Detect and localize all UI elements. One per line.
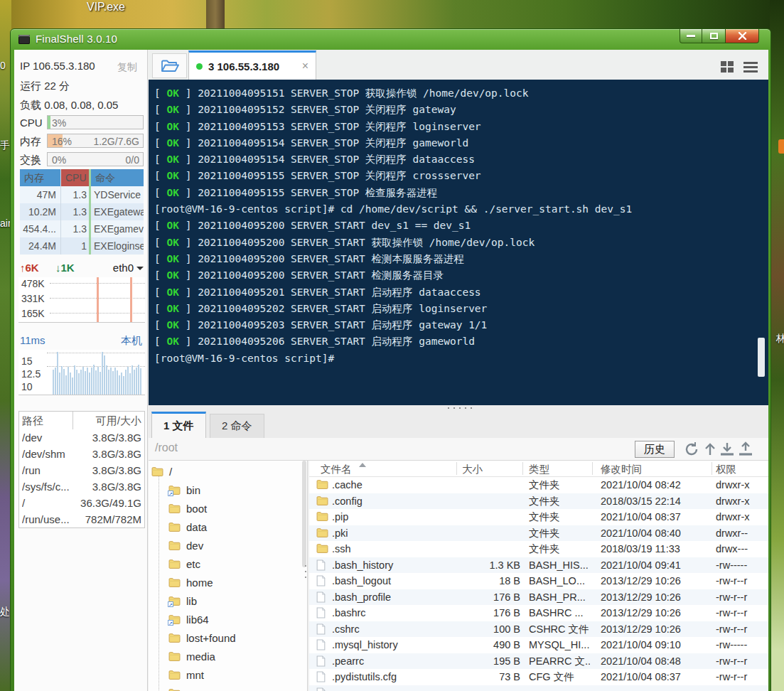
file-icon (316, 591, 326, 603)
file-row[interactable]: .pearrc195 BPEARRC 文...2021/10/04 08:48-… (309, 653, 768, 670)
process-row[interactable]: 454.4...1.3EXEgamev (20, 220, 144, 237)
file-row[interactable]: .cshrc100 BCSHRC 文件2013/12/29 10:26-rw-r… (309, 621, 768, 638)
minimize-button[interactable] (680, 29, 702, 43)
file-row[interactable]: .cache文件夹2021/10/04 08:42drwxr-x (309, 477, 768, 493)
file-size: 100 B (451, 621, 520, 638)
tree-item[interactable]: data (168, 518, 207, 536)
file-mtime: 2021/10/04 08:37 (601, 669, 707, 685)
network-header: ↑6K ↓1K eth0 (20, 262, 144, 276)
process-row[interactable]: 47M1.3YDService (20, 186, 144, 203)
terminal[interactable]: [ OK ] 20211004095151 SERVER_STOP 获取操作锁 … (149, 80, 768, 405)
file-name: .pki (332, 525, 453, 542)
process-table[interactable]: 内存 CPU 命令 47M1.3YDService10.2M1.3EXEgate… (20, 169, 144, 255)
cpu-percent: 3% (52, 117, 66, 129)
tree-item[interactable]: etc (168, 555, 200, 573)
disk-row[interactable]: /36.3G/49.1G (19, 495, 144, 511)
panel-splitter[interactable] (149, 405, 768, 411)
file-row[interactable]: .bash_logout18 BBASH_LO...2013/12/29 10:… (309, 573, 768, 589)
terminal-line: [ OK ] 20211004095200 SERVER_START 检测服务器… (154, 267, 754, 284)
disk-row[interactable]: /run3.8G/3.8G (19, 462, 144, 478)
tree-item-label: mnt (186, 669, 204, 681)
upload-rate: ↑6K (20, 262, 39, 274)
disk-row[interactable]: /dev/shm3.8G/3.8G (19, 446, 144, 462)
upload-icon[interactable] (738, 441, 753, 457)
tree-item[interactable]: ↗bin (168, 481, 200, 499)
file-row[interactable]: .pip文件夹2021/10/04 08:37drwxr-x (309, 509, 768, 525)
tree-item[interactable]: lost+found (168, 628, 236, 647)
swap-detail: 0/0 (126, 154, 139, 166)
file-size: 195 B (451, 653, 520, 670)
connection-manager-button[interactable] (152, 53, 187, 78)
col-type[interactable]: 类型 (529, 463, 549, 476)
folder-icon (316, 527, 328, 537)
process-row[interactable]: 10.2M1.3EXEgatewa (20, 203, 144, 220)
col-mtime[interactable]: 修改时间 (601, 463, 642, 476)
col-cpu[interactable]: CPU (61, 169, 91, 186)
layout-grid-icon[interactable] (720, 60, 734, 74)
menu-icon[interactable] (743, 60, 758, 74)
file-row[interactable]: .config文件夹2018/03/15 22:14drwxr-x (309, 493, 768, 510)
col-filename[interactable]: 文件名 (321, 463, 352, 476)
tree-item[interactable]: ↗lib64 (168, 610, 209, 628)
process-row[interactable]: 24.4M1EXEloginse (20, 237, 144, 255)
tab-files[interactable]: 1 文件 (151, 412, 206, 438)
path-history-button[interactable]: 历史 (635, 441, 675, 458)
file-row[interactable]: .bash_history1.3 KBBASH_HIS...2021/10/04… (309, 557, 768, 574)
disk-table-header: 路径 可用/大小 (19, 412, 144, 429)
window-controls (680, 29, 759, 43)
file-row[interactable] (309, 685, 768, 691)
disk-row[interactable]: /sys/fs/c...3.8G/3.8G (19, 478, 144, 495)
cpu-bar-fill (48, 116, 50, 129)
ping-bar (95, 370, 97, 395)
disk-row[interactable]: /dev3.8G/3.8G (19, 429, 144, 446)
copy-ip-link[interactable]: 复制 (117, 61, 137, 74)
terminal-scrollbar[interactable] (758, 338, 765, 377)
tree-item[interactable]: mnt (168, 665, 204, 684)
col-path[interactable]: 路径 (22, 412, 73, 429)
disk-row[interactable]: /run/use...782M/782M (19, 511, 144, 527)
tree-item[interactable] (168, 684, 186, 691)
col-mem[interactable]: 内存 (20, 169, 61, 186)
tab-commands[interactable]: 2 命令 (210, 414, 264, 438)
tree-item[interactable]: media (168, 647, 215, 665)
tree-item[interactable]: boot (168, 499, 207, 518)
col-size[interactable]: 可用/大小 (73, 412, 141, 429)
maximize-button[interactable] (702, 29, 725, 43)
file-size: 176 B (451, 589, 520, 606)
tree-item[interactable]: ↗lib (168, 591, 197, 610)
desktop-icon-label[interactable]: VIP.exe (87, 1, 125, 14)
file-row[interactable]: .mysql_history490 BMYSQL_HI...2021/10/04… (309, 637, 768, 653)
ping-bar (85, 371, 86, 395)
file-row[interactable]: .ssh文件夹2018/03/19 11:33drwx--- (309, 541, 768, 557)
file-row[interactable]: .bashrc176 BBASHRC ...2013/12/29 10:26-r… (309, 605, 768, 621)
file-row[interactable]: .pydistutils.cfg73 BCFG 文件2021/10/04 08:… (309, 669, 768, 685)
col-size[interactable]: 大小 (462, 463, 483, 476)
col-perm[interactable]: 权限 (716, 463, 736, 476)
ping-host[interactable]: 本机 (121, 334, 142, 348)
traffic-spike (130, 277, 132, 322)
tree-scrollbar[interactable] (302, 461, 306, 567)
download-icon[interactable] (719, 441, 735, 457)
file-row[interactable]: .bash_profile176 BBASH_PR...2013/12/29 1… (309, 589, 768, 606)
parent-directory-icon[interactable] (704, 441, 719, 457)
tree-item[interactable]: dev (168, 536, 203, 555)
interface-selector[interactable]: eth0 (113, 262, 134, 274)
close-button[interactable] (725, 29, 759, 43)
file-name: .bashrc (332, 605, 453, 621)
terminal-line: [ OK ] 20211004095201 SERVER_START 启动程序 … (154, 284, 754, 301)
tree-item-root[interactable]: / (151, 462, 172, 481)
tree-item[interactable]: home (168, 573, 213, 591)
ping-ylabel: 12.5 (21, 368, 43, 380)
path-input[interactable]: /root (155, 441, 178, 454)
col-cmd[interactable]: 命令 (91, 169, 144, 186)
file-row[interactable]: .pki文件夹2021/10/04 08:40drwxr-- (309, 525, 768, 542)
disk-table[interactable]: 路径 可用/大小 /dev3.8G/3.8G/dev/shm3.8G/3.8G/… (18, 411, 145, 528)
refresh-icon[interactable] (684, 441, 699, 457)
tab-connection[interactable]: 3 106.55.3.180 × (188, 50, 316, 80)
directory-tree[interactable]: /↗binbootdatadevetchome↗lib↗lib64lost+fo… (149, 461, 308, 691)
title-bar[interactable]: FinalShell 3.0.10 (11, 29, 770, 50)
tab-close-icon[interactable]: × (302, 60, 308, 73)
folder-icon (316, 511, 328, 521)
tree-table-splitter[interactable] (304, 563, 307, 582)
file-icon (316, 671, 326, 682)
